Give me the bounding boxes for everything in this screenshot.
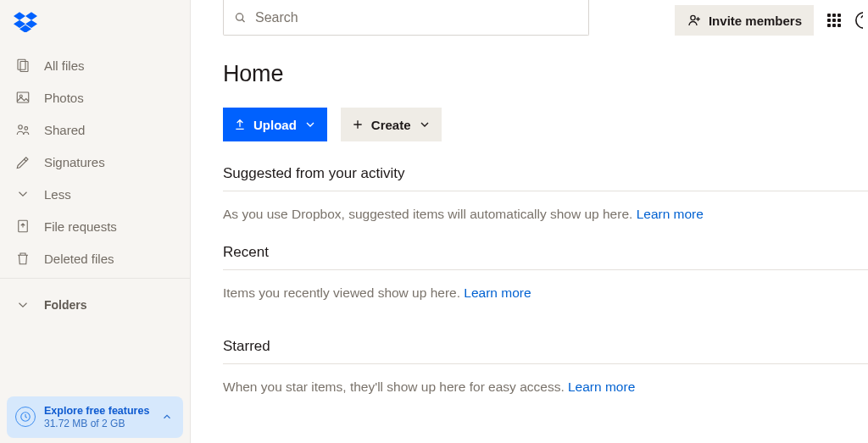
- svg-point-5: [25, 127, 28, 130]
- storage-promo-banner[interactable]: Explore free features 31.72 MB of 2 GB: [7, 396, 183, 438]
- recent-section: Recent Items you recently viewed show up…: [223, 244, 868, 301]
- search-input[interactable]: [255, 10, 578, 25]
- trash-icon: [14, 249, 32, 268]
- action-buttons: Upload Create: [223, 108, 868, 141]
- clock-icon: [15, 407, 36, 427]
- sidebar-item-label: Shared: [44, 123, 85, 137]
- sidebar-item-shared[interactable]: Shared: [0, 114, 190, 146]
- recent-heading: Recent: [223, 244, 868, 270]
- suggested-learn-more-link[interactable]: Learn more: [637, 207, 704, 221]
- sidebar-item-all-files[interactable]: All files: [0, 49, 190, 81]
- suggested-section: Suggested from your activity As you use …: [223, 165, 868, 222]
- dropbox-logo-icon[interactable]: [14, 12, 37, 32]
- search-box[interactable]: [223, 0, 589, 36]
- help-icon: [854, 11, 863, 30]
- starred-empty-message: When you star items, they'll show up her…: [223, 364, 868, 395]
- sidebar-item-signatures[interactable]: Signatures: [0, 146, 190, 178]
- sidebar-nav: All files Photos Shared Signatures Less: [0, 49, 190, 274]
- invite-icon: [687, 13, 702, 28]
- sidebar-item-file-requests[interactable]: File requests: [0, 210, 190, 242]
- file-request-icon: [14, 217, 32, 235]
- chevron-down-icon: [303, 118, 317, 131]
- promo-text: Explore free features 31.72 MB of 2 GB: [44, 405, 159, 429]
- svg-point-9: [691, 15, 695, 19]
- sidebar-item-label: File requests: [44, 219, 117, 234]
- suggested-empty-message: As you use Dropbox, suggested items will…: [223, 191, 868, 222]
- sidebar-item-label: Deleted files: [44, 252, 114, 266]
- suggested-heading: Suggested from your activity: [223, 165, 868, 191]
- invite-members-label: Invite members: [709, 14, 802, 28]
- sidebar-folders-label: Folders: [44, 298, 87, 312]
- shared-icon: [14, 120, 32, 139]
- sidebar-item-label: Photos: [44, 91, 84, 105]
- chevron-up-icon: [159, 411, 175, 423]
- sidebar: All files Photos Shared Signatures Less: [0, 0, 191, 443]
- promo-title: Explore free features: [44, 405, 159, 418]
- create-label: Create: [371, 118, 411, 132]
- photo-icon: [14, 88, 32, 107]
- sidebar-item-less[interactable]: Less: [0, 178, 190, 210]
- upload-label: Upload: [253, 118, 297, 132]
- recent-learn-more-link[interactable]: Learn more: [464, 285, 531, 300]
- svg-point-8: [236, 13, 243, 19]
- sidebar-item-label: Signatures: [44, 155, 105, 169]
- sidebar-folders: Folders: [0, 289, 190, 321]
- top-bar: Invite members: [191, 0, 868, 44]
- upload-button[interactable]: Upload: [223, 108, 327, 141]
- sidebar-item-photos[interactable]: Photos: [0, 81, 190, 114]
- starred-heading: Starred: [223, 338, 868, 364]
- top-right-controls: Invite members: [675, 0, 863, 36]
- sidebar-item-label: Less: [44, 187, 71, 202]
- invite-members-button[interactable]: Invite members: [675, 5, 814, 36]
- chevron-down-icon: [14, 296, 32, 314]
- upload-icon: [233, 118, 247, 131]
- sidebar-item-label: All files: [44, 58, 85, 73]
- signature-icon: [14, 152, 32, 171]
- content-area: Home Upload Create Suggested from your a…: [191, 44, 868, 395]
- files-icon: [14, 56, 32, 75]
- promo-storage-usage: 31.72 MB of 2 GB: [44, 418, 159, 429]
- sidebar-divider: [0, 278, 190, 279]
- chevron-down-icon: [14, 185, 32, 203]
- svg-point-10: [856, 13, 863, 28]
- main-content: Invite members Home Upload: [191, 0, 868, 443]
- recent-empty-message: Items you recently viewed show up here. …: [223, 270, 868, 301]
- apps-grid-icon[interactable]: [826, 12, 843, 29]
- help-button[interactable]: [854, 11, 863, 30]
- create-button[interactable]: Create: [341, 108, 442, 141]
- search-icon: [234, 11, 247, 25]
- logo-container: [0, 0, 190, 49]
- svg-rect-2: [17, 92, 29, 102]
- starred-section: Starred When you star items, they'll sho…: [223, 338, 868, 395]
- page-title: Home: [223, 61, 868, 87]
- sidebar-folders-toggle[interactable]: Folders: [0, 289, 190, 321]
- svg-point-4: [19, 125, 23, 130]
- plus-icon: [351, 118, 364, 131]
- starred-learn-more-link[interactable]: Learn more: [568, 379, 635, 394]
- sidebar-item-deleted-files[interactable]: Deleted files: [0, 242, 190, 274]
- chevron-down-icon: [418, 118, 431, 131]
